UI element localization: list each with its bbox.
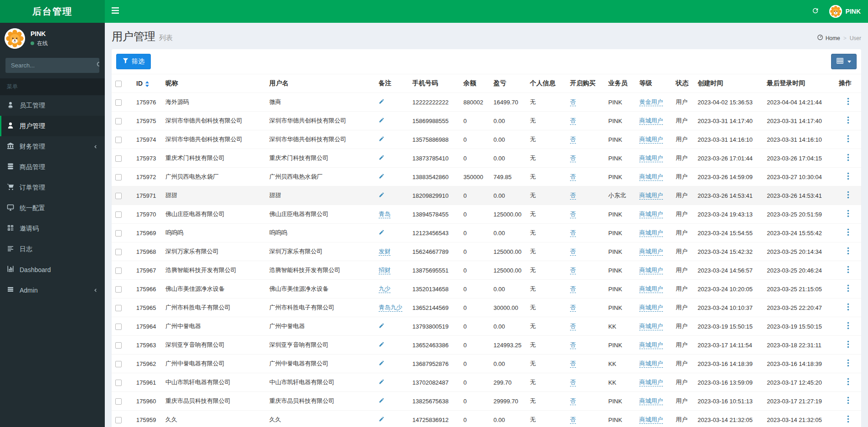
row-actions-button[interactable] (847, 284, 849, 292)
remark-link[interactable]: 招财 (379, 267, 390, 274)
level-link[interactable]: 商城用户 (639, 323, 663, 330)
row-actions-button[interactable] (847, 266, 849, 273)
level-link[interactable]: 商城用户 (639, 416, 663, 424)
purchase-toggle-link[interactable]: 否 (570, 397, 576, 405)
purchase-toggle-link[interactable]: 否 (570, 154, 576, 162)
edit-remark-icon[interactable] (379, 379, 385, 385)
level-link[interactable]: 商城用户 (639, 341, 663, 349)
level-link[interactable]: 商城用户 (639, 136, 663, 144)
row-actions-button[interactable] (847, 172, 849, 180)
purchase-toggle-link[interactable]: 否 (570, 98, 576, 106)
row-checkbox[interactable] (115, 361, 122, 367)
sidebar-item-staff-management[interactable]: 员工管理 (0, 95, 105, 116)
level-link[interactable]: 商城用户 (639, 173, 663, 181)
row-actions-button[interactable] (847, 135, 849, 143)
row-checkbox[interactable] (115, 305, 122, 311)
sidebar-item-invite-code[interactable]: 邀请码 (0, 218, 105, 239)
level-link[interactable]: 商城用户 (639, 117, 663, 125)
edit-remark-icon[interactable] (379, 360, 385, 366)
column-header-id[interactable]: ID (133, 74, 162, 93)
row-checkbox[interactable] (115, 342, 122, 349)
purchase-toggle-link[interactable]: 否 (570, 379, 576, 386)
row-actions-button[interactable] (847, 191, 849, 199)
row-checkbox[interactable] (115, 230, 122, 237)
purchase-toggle-link[interactable]: 否 (570, 267, 576, 274)
row-checkbox[interactable] (115, 174, 122, 180)
remark-link[interactable]: 九少 (379, 285, 390, 293)
edit-remark-icon[interactable] (379, 416, 385, 422)
purchase-toggle-link[interactable]: 否 (570, 136, 576, 144)
purchase-toggle-link[interactable]: 否 (570, 360, 576, 368)
purchase-toggle-link[interactable]: 否 (570, 304, 576, 312)
row-checkbox[interactable] (115, 286, 122, 293)
remark-link[interactable]: 青岛 (379, 211, 390, 218)
row-checkbox[interactable] (115, 211, 122, 218)
row-actions-button[interactable] (847, 322, 849, 329)
sidebar-search-button[interactable] (97, 58, 99, 73)
row-checkbox[interactable] (115, 193, 122, 199)
level-link[interactable]: 商城用户 (639, 285, 663, 293)
remark-link[interactable]: 发财 (379, 248, 390, 256)
row-checkbox[interactable] (115, 380, 122, 386)
row-checkbox[interactable] (115, 268, 122, 274)
sidebar-item-admin[interactable]: Admin (0, 280, 105, 300)
edit-remark-icon[interactable] (379, 173, 385, 179)
purchase-toggle-link[interactable]: 否 (570, 323, 576, 330)
level-link[interactable]: 商城用户 (639, 360, 663, 368)
row-actions-button[interactable] (847, 228, 849, 236)
level-link[interactable]: 商城用户 (639, 211, 663, 218)
level-link[interactable]: 黄金用户 (639, 98, 663, 106)
row-actions-button[interactable] (847, 340, 849, 348)
remark-link[interactable]: 青岛九少 (379, 304, 402, 312)
level-link[interactable]: 商城用户 (639, 379, 663, 386)
edit-remark-icon[interactable] (379, 117, 385, 123)
row-actions-button[interactable] (847, 396, 849, 404)
select-all-checkbox[interactable] (115, 81, 122, 87)
edit-remark-icon[interactable] (379, 397, 385, 403)
user-menu-button[interactable]: PINK (826, 0, 868, 23)
level-link[interactable]: 商城用户 (639, 248, 663, 256)
breadcrumb-home-link[interactable]: Home (817, 34, 840, 42)
purchase-toggle-link[interactable]: 否 (570, 248, 576, 256)
row-actions-button[interactable] (847, 415, 849, 423)
row-checkbox[interactable] (115, 417, 122, 423)
row-checkbox[interactable] (115, 137, 122, 143)
row-actions-button[interactable] (847, 359, 849, 367)
purchase-toggle-link[interactable]: 否 (570, 341, 576, 349)
purchase-toggle-link[interactable]: 否 (570, 416, 576, 424)
level-link[interactable]: 商城用户 (639, 397, 663, 405)
row-actions-button[interactable] (847, 303, 849, 311)
row-checkbox[interactable] (115, 118, 122, 124)
edit-remark-icon[interactable] (379, 136, 385, 142)
filter-button[interactable]: 筛选 (116, 54, 151, 69)
edit-remark-icon[interactable] (379, 229, 385, 235)
purchase-toggle-link[interactable]: 否 (570, 173, 576, 181)
purchase-toggle-link[interactable]: 否 (570, 229, 576, 237)
purchase-toggle-link[interactable]: 否 (570, 285, 576, 293)
row-actions-button[interactable] (847, 98, 849, 105)
sidebar-toggle-button[interactable] (105, 0, 126, 23)
app-logo[interactable]: 后台管理 (0, 0, 105, 23)
level-link[interactable]: 商城用户 (639, 267, 663, 274)
sidebar-item-unified-config[interactable]: 统一配置 (0, 198, 105, 218)
level-link[interactable]: 商城用户 (639, 154, 663, 162)
sidebar-item-user-management[interactable]: 用户管理 (0, 116, 105, 136)
row-actions-button[interactable] (847, 378, 849, 386)
edit-remark-icon[interactable] (379, 323, 385, 329)
column-layout-button[interactable] (831, 54, 857, 69)
purchase-toggle-link[interactable]: 否 (570, 211, 576, 218)
row-checkbox[interactable] (115, 324, 122, 330)
sidebar-item-finance-management[interactable]: 财务管理 (0, 136, 105, 157)
edit-remark-icon[interactable] (379, 192, 385, 198)
sidebar-item-orders-management[interactable]: 订单管理 (0, 177, 105, 198)
level-link[interactable]: 商城用户 (639, 192, 663, 200)
row-checkbox[interactable] (115, 249, 122, 255)
row-checkbox[interactable] (115, 99, 122, 106)
edit-remark-icon[interactable] (379, 98, 385, 104)
row-actions-button[interactable] (847, 154, 849, 161)
row-actions-button[interactable] (847, 210, 849, 217)
edit-remark-icon[interactable] (379, 341, 385, 347)
sidebar-search-input[interactable] (5, 58, 97, 73)
level-link[interactable]: 商城用户 (639, 304, 663, 312)
sidebar-item-logs[interactable]: 日志 (0, 239, 105, 259)
